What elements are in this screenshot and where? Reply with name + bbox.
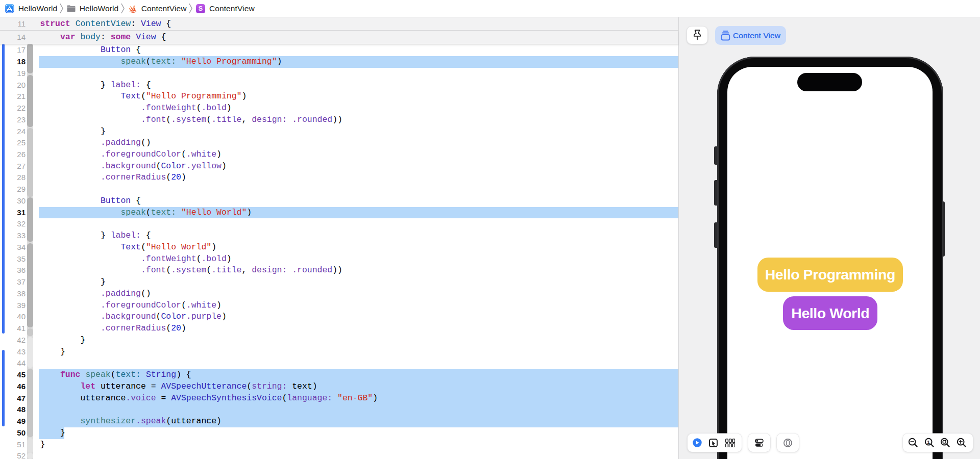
svg-text:1: 1 bbox=[927, 439, 930, 445]
svg-text:S: S bbox=[199, 5, 203, 12]
